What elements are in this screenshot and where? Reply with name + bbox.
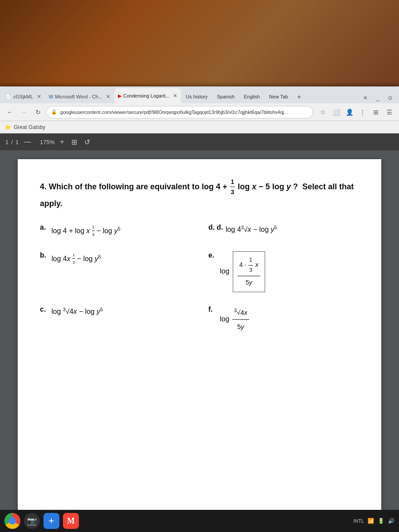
tab-label-1: cGSjkML	[13, 94, 33, 99]
answer-label-c: c.	[40, 305, 49, 313]
answer-d: d. d. log 43√x − log y5	[208, 223, 359, 238]
pdf-page-current: 1	[5, 139, 8, 145]
bookmark-label[interactable]: Great Gatsby	[14, 124, 45, 130]
room-overlay	[0, 0, 399, 98]
tab-label-7: New Tab	[269, 94, 288, 99]
lock-icon: 🔒	[51, 109, 57, 115]
tab-close-1[interactable]: ✕	[37, 94, 41, 100]
tab-label-2: Microsoft Word - Ch...	[55, 94, 102, 99]
volume-icon: 🔊	[388, 518, 395, 524]
navigation-toolbar: ← → ↻ 🔒 .googleusercontent.com/viewer/se…	[0, 103, 399, 121]
tab-cgsijkml[interactable]: 📄 cGSjkML ✕	[2, 90, 45, 103]
user-icon[interactable]: 👤	[343, 106, 356, 118]
sidebar-icon[interactable]: ⊞	[370, 106, 382, 118]
pdf-content-area: 4. Which of the following are equivalent…	[0, 150, 399, 527]
taskbar: 📷 + M INTL 📶 🔋 🔊	[0, 510, 399, 532]
tab-label-5: Spanish	[217, 94, 235, 99]
circle-button[interactable]: ⊙	[385, 93, 395, 103]
tab-new-tab[interactable]: New Tab	[265, 90, 293, 103]
tab-extra-buttons: ✕ _ ⊙	[360, 93, 397, 103]
tab-label-3: Condensing Logarit...	[123, 93, 170, 98]
bookmark-bar: ⭐ Great Gatsby	[0, 121, 399, 133]
answer-math-e: log 4 · 1 3 x 5y	[220, 251, 266, 292]
tab-condensing-log[interactable]: ▶ Condensing Logarit... ✕	[114, 88, 181, 103]
pdf-page-total: 1	[16, 139, 19, 145]
answer-f: f. log 3√4x 5y	[208, 305, 359, 333]
bookmark-icon: ⭐	[4, 124, 11, 130]
answer-math-a: log 4 + log x 1 3 − log y5	[51, 223, 121, 238]
browser-window: 📄 cGSjkML ✕ W Microsoft Word - Ch... ✕ ▶…	[0, 86, 399, 532]
tab-label-6: English	[244, 94, 260, 99]
answer-math-c: log 3√4x − log y5	[51, 305, 103, 318]
answer-math-d: log 43√x − log y5	[226, 223, 277, 236]
pdf-page-info: 1 / 1	[5, 139, 19, 145]
pdf-fit-button[interactable]: ⊞	[70, 137, 79, 147]
pdf-zoom-level: 175%	[40, 139, 55, 145]
star-icon[interactable]: ☆	[317, 106, 329, 118]
battery-icon: 🔋	[378, 518, 384, 524]
tab-icon-3: ▶	[118, 93, 121, 99]
menu-icon[interactable]: ☰	[383, 106, 395, 118]
answer-c: c. log 3√4x − log y5	[40, 305, 191, 333]
tab-us-history[interactable]: Us history	[181, 90, 212, 103]
minimize-button[interactable]: ✕	[360, 93, 371, 103]
gmail-taskbar-icon[interactable]: M	[63, 513, 79, 529]
pdf-page-separator: /	[11, 139, 13, 145]
answer-b: b. log 4x 1 3 − log y5	[40, 251, 191, 292]
pdf-page: 4. Which of the following are equivalent…	[18, 159, 381, 518]
new-tab-button[interactable]: +	[293, 91, 305, 103]
answer-e: e. log 4 · 1 3 x 5y	[208, 251, 359, 292]
pdf-rotate-button[interactable]: ↺	[82, 137, 92, 147]
answer-math-b: log 4x 1 3 − log y5	[51, 251, 101, 266]
pdf-toolbar: 1 / 1 — 175% + ⊞ ↺	[0, 133, 399, 150]
answer-label-f: f.	[208, 305, 217, 313]
maximize-button[interactable]: _	[372, 93, 383, 103]
tab-close-2[interactable]: ✕	[106, 94, 110, 100]
tab-icon-2: W	[49, 94, 53, 99]
camera-taskbar-icon[interactable]: 📷	[24, 513, 40, 529]
answer-a: a. log 4 + log x 1 3 − log y5	[40, 223, 191, 238]
inline-fraction: 1 3	[230, 177, 235, 197]
intl-label: INTL	[353, 518, 364, 524]
answer-math-f: log 3√4x 5y	[220, 305, 250, 333]
wifi-icon: 📶	[368, 518, 374, 524]
add-taskbar-icon[interactable]: +	[43, 513, 59, 529]
answer-label-e: e.	[208, 251, 217, 259]
answers-grid: a. log 4 + log x 1 3 − log y5 d. d.	[40, 223, 359, 334]
forward-button[interactable]: →	[18, 106, 30, 118]
settings-icon[interactable]: ⋮	[356, 106, 369, 118]
back-button[interactable]: ←	[4, 106, 16, 118]
tab-icon-1: 📄	[5, 94, 12, 100]
answer-label-a: a.	[40, 223, 49, 231]
tab-label-4: Us history	[186, 94, 207, 99]
reload-button[interactable]: ↻	[32, 106, 44, 118]
tab-msword[interactable]: W Microsoft Word - Ch... ✕	[45, 90, 114, 103]
question-text: 4. Which of the following are equivalent…	[40, 177, 359, 210]
taskbar-right: INTL 📶 🔋 🔊	[353, 518, 395, 524]
tab-spanish[interactable]: Spanish	[212, 90, 239, 103]
toolbar-icons-right: ☆ ⬜ 👤 ⋮ ⊞ ☰	[317, 106, 395, 118]
chrome-icon[interactable]	[4, 513, 20, 529]
answer-label-b: b.	[40, 251, 49, 259]
tab-close-3[interactable]: ✕	[173, 93, 177, 99]
pdf-zoom-in-button[interactable]: +	[58, 137, 66, 147]
pdf-dash: —	[24, 138, 31, 146]
answer-label-d: d. d.	[208, 223, 223, 231]
tab-english[interactable]: English	[239, 90, 264, 103]
address-bar[interactable]: 🔒 .googleusercontent.com/viewer/secure/p…	[46, 106, 313, 118]
url-text: .googleusercontent.com/viewer/secure/pdf…	[59, 110, 288, 115]
extension-icon[interactable]: ⬜	[330, 106, 342, 118]
tab-bar: 📄 cGSjkML ✕ W Microsoft Word - Ch... ✕ ▶…	[0, 86, 399, 103]
